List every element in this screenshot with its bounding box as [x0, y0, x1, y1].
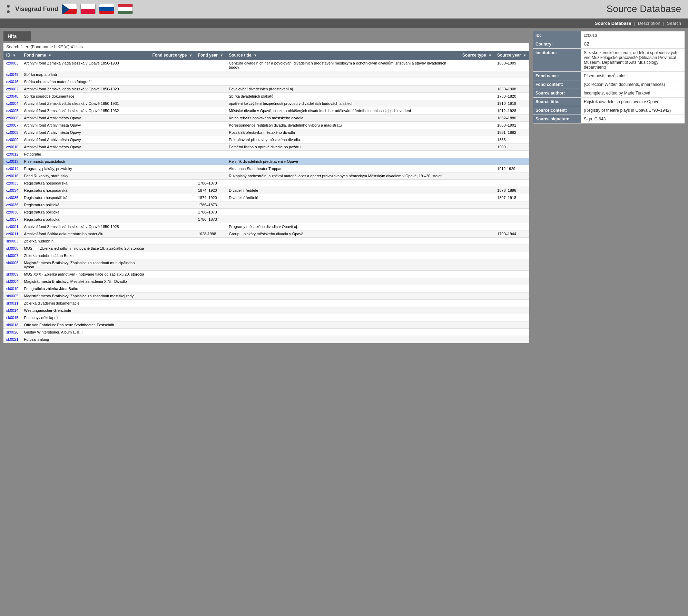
table-row[interactable]: cz0010Archivní fond Archiv města OpavyPa… — [3, 143, 529, 151]
cell-fond-year — [195, 336, 226, 343]
col-fond-year[interactable]: Fond year ▼ — [195, 51, 226, 60]
cell-id[interactable]: cz0048 — [3, 93, 21, 100]
cell-id[interactable]: cz0008 — [3, 129, 21, 136]
table-row[interactable]: sk0020Gustav Wintersteiner, Album I., II… — [3, 329, 529, 336]
table-row[interactable]: sk0009MUS XXX - Zbierka jednotlivín - no… — [3, 271, 529, 278]
cell-id[interactable]: sk0006 — [3, 259, 21, 271]
cell-source-year — [494, 300, 529, 307]
col-fond-source-type[interactable]: Fond source type ▼ — [149, 51, 195, 60]
cell-id[interactable]: sk0019 — [3, 285, 21, 292]
cell-fond-year — [195, 93, 226, 100]
table-row[interactable]: sk0021Fotosammlung — [3, 336, 529, 343]
table-row[interactable]: cz0038Registratura politická1786–1873 — [3, 209, 529, 216]
table-row[interactable]: cz0001Archivní fond Zemská vláda slezská… — [3, 223, 529, 230]
table-row[interactable]: sk0015Pozsonyvidéki lapok — [3, 314, 529, 321]
table-row[interactable]: sk0003Zbierka hudobnín — [3, 238, 529, 245]
cell-id[interactable]: cz0006 — [3, 115, 21, 122]
detail-label: Fond content: — [533, 80, 581, 89]
cell-id[interactable]: cz0012 — [3, 151, 21, 158]
cell-id[interactable]: sk0020 — [3, 329, 21, 336]
table-row[interactable]: cz0007Archivní fond Archiv města OpavyKo… — [3, 122, 529, 129]
cell-fond-name: Fond Rukopisy, staré tisky — [21, 172, 149, 180]
table-row[interactable]: cz0016Fond Rukopisy, staré tiskyRukopisn… — [3, 172, 529, 180]
table-row[interactable]: sk0011Zbierka divadelnej dokumentácie — [3, 300, 529, 307]
cell-source-type — [460, 136, 494, 143]
table-row[interactable]: cz0037Registratura politická1786–1873 — [3, 216, 529, 223]
table-row[interactable]: cz0004Archivní fond Zemská vláda slezská… — [3, 100, 529, 107]
cell-id[interactable]: cz0049 — [3, 71, 21, 78]
cell-id[interactable]: cz0036 — [3, 201, 21, 209]
table-row[interactable]: sk0005Magistrát mesta Bratislavy, Zápisn… — [3, 292, 529, 300]
table-row[interactable]: cz0048Sbírka soudobé dokumentaceSbírka d… — [3, 93, 529, 100]
table-row[interactable]: cz0014Programy, plakáty, pozvánkyAlmanac… — [3, 165, 529, 172]
cell-source-title: Group I, plakáty městského divadla v Opa… — [226, 230, 460, 238]
table-row[interactable]: cz0011Archivní fond Sbírka dokumentárníh… — [3, 230, 529, 238]
table-row[interactable]: cz0002Archivní fond Zemská vláda slezská… — [3, 86, 529, 93]
cell-id[interactable]: sk0015 — [3, 314, 21, 321]
table-row[interactable]: sk0019Fotografická zbierka Jána Batku — [3, 285, 529, 292]
col-id[interactable]: ID ▼ — [3, 51, 21, 60]
table-row[interactable]: sk0007Zbierka hudobnín Jána Batku — [3, 252, 529, 259]
table-row[interactable]: cz0005Archivní fond Zemská vláda slezská… — [3, 107, 529, 115]
cell-id[interactable]: sk0007 — [3, 252, 21, 259]
cell-fond-source-type — [149, 201, 195, 209]
cell-id[interactable]: cz0005 — [3, 107, 21, 115]
nav-source-database[interactable]: Source Database — [595, 21, 631, 26]
table-row[interactable]: cz0013Písemnosti, pozůstalostiRejstřík d… — [3, 158, 529, 165]
cell-id[interactable]: sk0005 — [3, 292, 21, 300]
cell-fond-name: MUS III - Zbierka jednotlivín - notované… — [21, 245, 149, 252]
table-row[interactable]: cz0036Registratura politická1786–1873 — [3, 201, 529, 209]
cell-id[interactable]: sk0018 — [3, 321, 21, 329]
cell-id[interactable]: cz0010 — [3, 143, 21, 151]
cell-id[interactable]: cz0038 — [3, 209, 21, 216]
col-source-title[interactable]: Source title ▼ — [226, 51, 460, 60]
table-row[interactable]: sk0006Magistrát mesta Bratislavy, Zápisn… — [3, 259, 529, 271]
table-row[interactable]: sk0014Westungarischer Grenzbote — [3, 307, 529, 314]
table-row[interactable]: cz0049Sbírka map a plánů — [3, 71, 529, 78]
cell-id[interactable]: sk0011 — [3, 300, 21, 307]
cell-id[interactable]: cz0001 — [3, 223, 21, 230]
cell-id[interactable]: sk0008 — [3, 245, 21, 252]
cell-id[interactable]: sk0021 — [3, 336, 21, 343]
cell-id[interactable]: cz0046 — [3, 78, 21, 86]
cell-id[interactable]: cz0016 — [3, 172, 21, 180]
cell-id[interactable]: cz0034 — [3, 187, 21, 194]
nav-description[interactable]: Description — [638, 21, 660, 26]
table-row[interactable]: cz0009Archivní fond Archiv města OpavyPo… — [3, 136, 529, 143]
table-row[interactable]: sk0018Otto von Fabricius: Das neue Stadt… — [3, 321, 529, 329]
cell-id[interactable]: cz0009 — [3, 136, 21, 143]
cell-id[interactable]: sk0004 — [3, 278, 21, 285]
cell-id[interactable]: cz0002 — [3, 86, 21, 93]
table-row[interactable]: cz0046Sbírka obrazového materiálu a foto… — [3, 78, 529, 86]
cell-id[interactable]: cz0037 — [3, 216, 21, 223]
table-row[interactable]: cz0012Fotografie — [3, 151, 529, 158]
cell-fond-year — [195, 107, 226, 115]
cell-id[interactable]: cz0004 — [3, 100, 21, 107]
table-row[interactable]: cz0003Archivní fond Zemská vláda slezská… — [3, 60, 529, 71]
cell-fond-source-type — [149, 93, 195, 100]
nav-search[interactable]: Search — [667, 21, 681, 26]
table-row[interactable]: cz0008Archivní fond Archiv města OpavyRo… — [3, 129, 529, 136]
cell-id[interactable]: cz0033 — [3, 180, 21, 187]
cell-id[interactable]: sk0014 — [3, 307, 21, 314]
cell-id[interactable]: cz0013 — [3, 158, 21, 165]
cell-id[interactable]: sk0009 — [3, 271, 21, 278]
table-row[interactable]: sk0008MUS III - Zbierka jednotlivín - no… — [3, 245, 529, 252]
cell-source-year — [494, 238, 529, 245]
table-row[interactable]: cz0006Archivní fond Archiv města OpavyKn… — [3, 115, 529, 122]
cell-id[interactable]: cz0003 — [3, 60, 21, 71]
cell-id[interactable]: cz0035 — [3, 194, 21, 201]
cell-id[interactable]: cz0007 — [3, 122, 21, 129]
col-source-type[interactable]: Source type ▼ — [460, 51, 494, 60]
col-source-year[interactable]: Source year ▼ — [494, 51, 529, 60]
col-fond-name[interactable]: Fond name ▼ — [21, 51, 149, 60]
table-row[interactable]: cz0034Registratura hospodářská1874–1920D… — [3, 187, 529, 194]
cell-id[interactable]: cz0011 — [3, 230, 21, 238]
cell-id[interactable]: sk0003 — [3, 238, 21, 245]
cell-id[interactable]: cz0014 — [3, 165, 21, 172]
cell-source-type — [460, 100, 494, 107]
cell-fond-year — [195, 223, 226, 230]
table-row[interactable]: cz0033Registratura hospodářská1786–1873 — [3, 180, 529, 187]
table-row[interactable]: cz0035Registratura hospodářská1874–1920D… — [3, 194, 529, 201]
table-row[interactable]: sk0004Magistrát mesta Bratislavy, Mestsk… — [3, 278, 529, 285]
